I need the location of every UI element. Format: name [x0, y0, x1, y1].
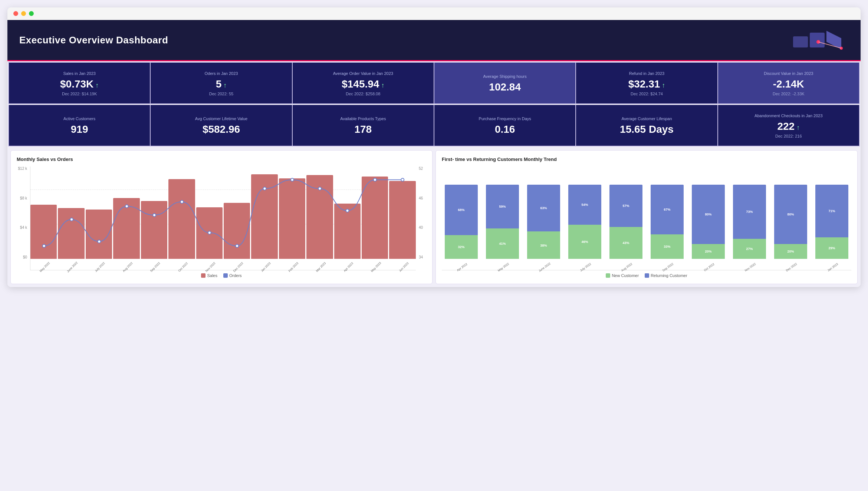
stacked-bar: 71%29% [815, 185, 848, 259]
bar-group: Feb 2023 [279, 167, 305, 259]
minimize-dot[interactable] [21, 11, 26, 16]
kpi-value: $582.96 [203, 124, 240, 135]
bar-label: July 2022 [94, 261, 106, 273]
kpi-card: Discount Value in Jan 2023-2.14KDec 2022… [718, 63, 859, 103]
orders-legend-dot [223, 273, 228, 278]
stacked-bar-label: Jan 2023 [827, 263, 839, 272]
bar-group: Jan 2023 [251, 167, 277, 259]
bar-label: Aug 2022 [122, 261, 134, 273]
bar-group: Nov 2022 [196, 167, 223, 259]
kpi-card: Available Products Types178 [293, 105, 434, 146]
sales-bar [113, 198, 139, 259]
stacked-bar-label: June 2022 [538, 262, 551, 273]
returning-segment: 67% [651, 185, 684, 234]
new-customer-legend-dot [606, 273, 610, 278]
y-axis-right: 52 46 40 34 [416, 167, 426, 270]
sales-legend-label: Sales [207, 273, 217, 278]
chart1-area: $12 k $8 k $4 k $0 May 2022June 2022July… [17, 167, 426, 270]
sales-bar [196, 207, 223, 259]
kpi-card: Oders in Jan 20235 ↑Dec 2022: 55 [151, 63, 292, 103]
kpi-value: 5 ↑ [216, 79, 227, 90]
returning-segment: 80% [692, 185, 725, 244]
stacked-bar-label: Aug 2022 [621, 262, 633, 272]
new-customer-segment: 27% [733, 239, 766, 259]
kpi-card: Purchase Frequency in Days0.16 [434, 105, 575, 146]
legend-orders: Orders [223, 273, 242, 278]
chart1-legend: Sales Orders [17, 273, 426, 278]
kpi-prev: Dec 2022: 55 [209, 92, 233, 96]
sales-bar [334, 204, 361, 259]
returning-segment: 54% [568, 185, 601, 225]
new-customer-segment: 29% [815, 237, 848, 259]
new-customer-segment: 32% [445, 235, 478, 259]
new-customer-segment: 46% [568, 225, 601, 259]
sales-bar [30, 205, 57, 259]
returning-segment: 71% [815, 185, 848, 237]
stacked-group: 57%43%Aug 2022 [606, 167, 645, 259]
kpi-label: Abandonment Checkouts in Jan 2023 [754, 113, 822, 118]
returning-customer-legend-dot [645, 273, 649, 278]
bar-group: Oct 2022 [168, 167, 195, 259]
maximize-dot[interactable] [29, 11, 34, 16]
kpi-value: $145.94 ↑ [342, 79, 384, 90]
customers-trend-chart-card: First- time vs Returning Customers Month… [435, 150, 858, 284]
kpi-card: Average Shipping hours102.84 [434, 63, 575, 103]
kpi-card: Abandonment Checkouts in Jan 2023222 ↑De… [718, 105, 859, 146]
stacked-bar: 68%32% [445, 185, 478, 259]
stacked-group: 73%27%Nov 2022 [730, 167, 769, 259]
sales-bar [306, 175, 333, 259]
orders-legend-label: Orders [229, 273, 242, 278]
svg-rect-1 [810, 33, 825, 47]
new-customer-segment: 38% [527, 231, 560, 259]
returning-segment: 73% [733, 185, 766, 239]
charts-section: Monthly Sales vs Orders $12 k $8 k $4 k … [7, 147, 861, 287]
kpi-value: 919 [71, 124, 88, 135]
new-customer-segment: 20% [692, 244, 725, 259]
sales-bar [362, 177, 388, 259]
sales-legend-dot [201, 273, 206, 278]
kpi-label: Average Shipping hours [483, 74, 527, 79]
legend-returning-customer: Returning Customer [645, 273, 687, 278]
stacked-bar: 67%33% [651, 185, 684, 259]
kpi-row-1: Sales in Jan 2023$0.73K ↑Dec 2022: $14.1… [8, 62, 860, 104]
kpi-label: Active Customers [63, 116, 95, 121]
stacked-bar: 73%27% [733, 185, 766, 259]
stacked-bar: 80%20% [774, 185, 807, 259]
bar-label: Jan 2023 [260, 261, 271, 273]
stacked-bar-label: July 2022 [579, 262, 592, 272]
legend-new-customer: New Customer [606, 273, 639, 278]
bar-label: Sep 2022 [149, 261, 161, 273]
stacked-bar-label: Nov 2022 [744, 262, 756, 272]
close-dot[interactable] [13, 11, 18, 16]
kpi-prev: Dec 2022: $14.19K [62, 92, 97, 96]
chart1-title: Monthly Sales vs Orders [17, 156, 426, 162]
stacked-group: 80%20%Dec 2022 [771, 167, 810, 259]
kpi-label: Oders in Jan 2023 [205, 71, 238, 76]
kpi-value: $0.73K ↑ [60, 79, 99, 90]
bar-group: Sep 2022 [141, 167, 167, 259]
bars-container: May 2022June 2022July 2022Aug 2022Sep 20… [30, 167, 416, 270]
kpi-prev: Dec 2022: 216 [775, 134, 802, 138]
sales-bar [389, 181, 415, 259]
dashboard-title: Executive Overview Dashboard [19, 34, 168, 46]
sales-bar [168, 179, 195, 259]
kpi-label: Refund in Jan 2023 [629, 71, 664, 76]
title-bar [7, 7, 861, 20]
bar-label: Oct 2022 [177, 262, 188, 273]
returning-customer-legend-label: Returning Customer [651, 273, 687, 278]
legend-sales: Sales [201, 273, 217, 278]
stacked-bar: 80%20% [692, 185, 725, 259]
kpi-value: 0.16 [495, 124, 515, 135]
y-axis-left: $12 k $8 k $4 k $0 [17, 167, 30, 270]
bar-group: Apr 2023 [334, 167, 361, 259]
stacked-bar: 59%41% [486, 185, 519, 259]
bar-label: Nov 2022 [205, 261, 216, 273]
svg-rect-0 [793, 36, 808, 47]
sales-bar [141, 201, 167, 259]
svg-marker-2 [826, 31, 841, 49]
bar-label: Mar 2023 [315, 261, 326, 273]
bar-group: Aug 2022 [113, 167, 139, 259]
stacked-group: 68%32%Apr 2022 [442, 167, 481, 259]
kpi-row-2: Active Customers919Avg Customer Lifetime… [8, 105, 860, 146]
sales-bar [224, 203, 250, 259]
